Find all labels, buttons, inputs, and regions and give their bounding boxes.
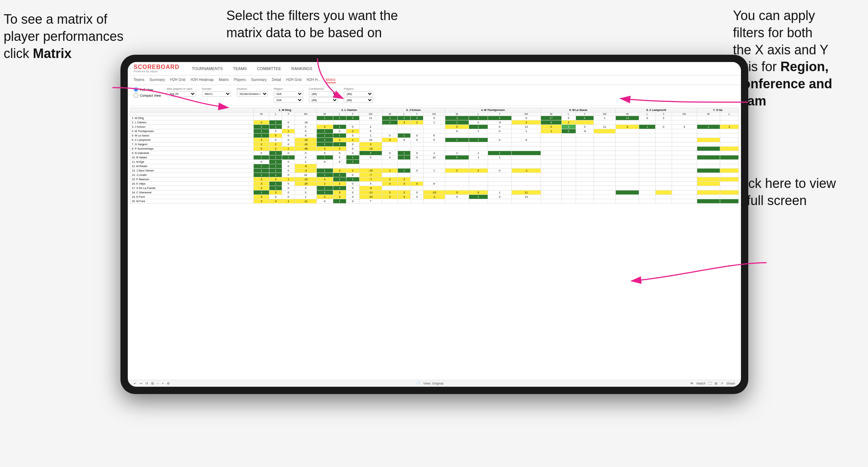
view-original-label[interactable]: View: Original: [423, 382, 443, 385]
full-view-label[interactable]: Full View: [134, 87, 161, 92]
matrix-cell: 1: [411, 120, 423, 125]
matrix-cell: [469, 160, 488, 164]
sub-col-l5: L: [561, 112, 576, 116]
tab-teams[interactable]: Teams: [134, 77, 144, 83]
matrix-cell: 0: [382, 134, 398, 138]
player-name-cell: 8. P Summerhays: [130, 147, 254, 151]
sub-col-t4: T: [488, 112, 511, 116]
matrix-cell: 3: [672, 125, 697, 129]
undo-icon[interactable]: ↩: [134, 382, 137, 385]
region-select-2[interactable]: N/A: [274, 97, 303, 103]
matrix-cell: [541, 199, 561, 204]
matrix-cell: 3: [253, 182, 269, 186]
matrix-cell: [639, 173, 656, 177]
players-select-1[interactable]: (All): [344, 91, 373, 97]
compact-view-radio[interactable]: [134, 93, 138, 98]
matrix-cell: 1: [469, 155, 488, 160]
tab-matrix[interactable]: Matrix: [219, 77, 228, 83]
zoom-fit-icon[interactable]: ⊞: [151, 382, 154, 385]
settings-icon[interactable]: ⚙: [167, 382, 170, 385]
matrix-cell: [697, 164, 720, 169]
tab-h2h-grid2[interactable]: H2H Grid: [286, 77, 302, 83]
division-select[interactable]: NCAA Division I: [237, 91, 268, 97]
matrix-cell: 2: [561, 120, 576, 125]
redo-icon[interactable]: ↪: [139, 382, 142, 385]
matrix-cell: 0: [346, 147, 359, 151]
region-select-1[interactable]: N/A: [274, 91, 303, 97]
nav-tournaments[interactable]: TOURNAMENTS: [191, 66, 224, 72]
matrix-cell: 0: [282, 138, 295, 142]
matrix-cell: 3: [269, 199, 282, 204]
col-header-jkoivun: 3. J Koivun: [382, 108, 445, 112]
tab-h2h-h[interactable]: H2H H...: [307, 77, 320, 83]
matrix-cell: [445, 134, 469, 138]
matrix-cell: [720, 164, 739, 169]
share-label[interactable]: Share: [726, 382, 735, 385]
matrix-cell: [512, 134, 541, 138]
tab-detail[interactable]: Detail: [272, 77, 281, 83]
matrix-cell: [616, 160, 639, 164]
matrix-cell: [576, 120, 594, 125]
bottom-bar-right: 👁 Watch ⛶ ⊞ ↗ Share: [690, 382, 735, 385]
matrix-cell: [697, 129, 720, 134]
tab-summary2[interactable]: Summary: [251, 77, 267, 83]
grid-icon[interactable]: ⊞: [715, 382, 718, 385]
tab-players[interactable]: Players: [234, 77, 246, 83]
matrix-cell: [382, 142, 398, 147]
zoom-out-icon[interactable]: −: [157, 382, 159, 385]
matrix-cell: [561, 142, 576, 147]
matrix-cell: [411, 129, 423, 134]
reset-icon[interactable]: ↺: [145, 382, 148, 385]
matrix-cell: [541, 142, 561, 147]
matrix-cell: 2: [382, 190, 398, 195]
matrix-cell: [594, 164, 616, 169]
nav-committee[interactable]: COMMITTEE: [256, 66, 283, 72]
watch-label[interactable]: Watch: [696, 382, 706, 385]
nav-teams[interactable]: TEAMS: [231, 66, 248, 72]
compact-view-label[interactable]: Compact View: [134, 93, 161, 98]
matrix-cell: [656, 151, 672, 155]
matrix-cell: [672, 199, 697, 204]
matrix-cell: [594, 138, 616, 142]
fullscreen-icon[interactable]: ⛶: [708, 382, 712, 385]
matrix-cell: [398, 160, 411, 164]
matrix-cell: 3: [398, 120, 411, 125]
matrix-cell: 0: [295, 151, 316, 155]
full-view-radio[interactable]: [134, 87, 138, 92]
matrix-cell: [697, 195, 720, 199]
sub-col-t1: T: [282, 112, 295, 116]
matrix-cell: 0: [423, 116, 445, 120]
matrix-cell: [672, 173, 697, 177]
matrix-cell: 3: [333, 190, 346, 195]
matrix-cell: 1: [295, 160, 316, 164]
sub-col-t6: T: [656, 112, 672, 116]
matrix-cell: 0: [382, 151, 398, 155]
watch-icon[interactable]: 👁: [690, 382, 694, 385]
matrix-cell: 1: [269, 151, 282, 155]
conference-select-1[interactable]: (All): [309, 91, 338, 97]
matrix-cell: 0: [316, 199, 333, 204]
matrix-cell: [616, 142, 639, 147]
nav-rankings[interactable]: RANKINGS: [290, 66, 314, 72]
matrix-cell: 0: [346, 195, 359, 199]
conference-select-2[interactable]: (All): [309, 97, 338, 103]
view-original-icon[interactable]: 📄: [416, 382, 420, 385]
matrix-cell: 1: [639, 125, 656, 129]
player-name-cell: 17. S De La Fuente: [130, 186, 254, 190]
gender-select[interactable]: Men's: [202, 91, 231, 97]
matrix-cell: [672, 142, 697, 147]
matrix-cell: 1: [253, 134, 269, 138]
tab-summary[interactable]: Summary: [149, 77, 165, 83]
tab-h2h-grid[interactable]: H2H Grid: [170, 77, 185, 83]
matrix-cell: -1: [512, 169, 541, 173]
max-players-select[interactable]: Top 25: [167, 91, 196, 97]
tab-h2h-heatmap[interactable]: H2H Heatmap: [191, 77, 214, 83]
matrix-cell: [561, 190, 576, 195]
matrix-cell: 2: [398, 190, 411, 195]
share-icon[interactable]: ↗: [721, 382, 723, 385]
zoom-in-icon[interactable]: +: [162, 382, 164, 385]
matrix-cell: [382, 199, 398, 204]
tab-matrix-active[interactable]: Matrix: [326, 77, 335, 83]
players-select-2[interactable]: (All): [344, 97, 373, 103]
matrix-cell: 13: [616, 116, 639, 120]
